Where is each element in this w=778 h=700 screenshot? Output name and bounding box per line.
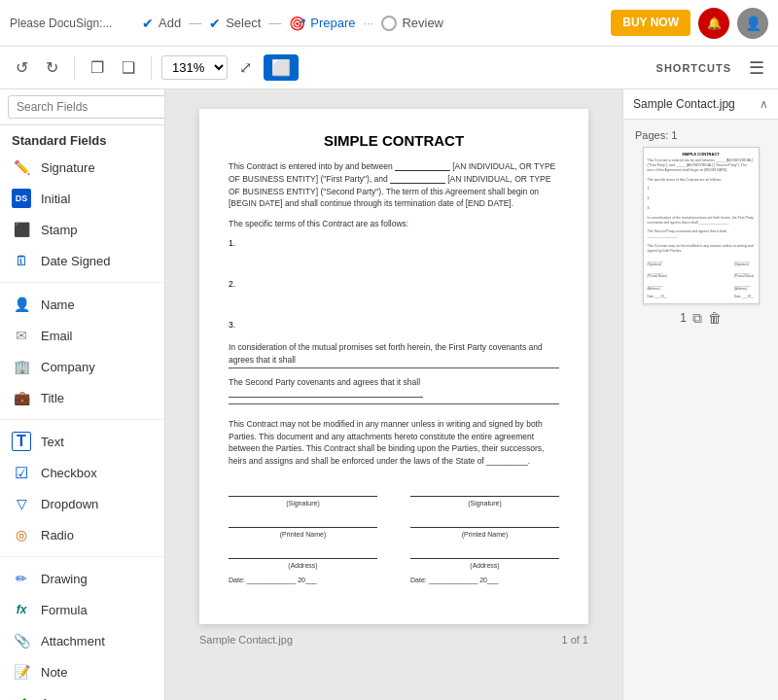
search-input[interactable] [8,95,165,119]
sidebar-item-text[interactable]: T Text [0,426,164,457]
sidebar-item-note[interactable]: 📝 Note [0,656,164,687]
document-para2: The specific terms of this Contract are … [229,218,559,230]
stamp-icon: ⬛ [12,220,31,239]
step-prepare-icon: 🎯 [289,16,305,31]
nav-right: BUY NOW 🔔 👤 [611,8,768,39]
doc-filename: Sample Contact.jpg [199,634,293,646]
sidebar-item-dropdown[interactable]: ▽ Dropdown [0,488,164,519]
paste-button[interactable]: ❑ [116,54,141,81]
note-icon: 📝 [12,662,31,682]
sidebar-item-name[interactable]: 👤 Name [0,289,164,320]
document-item3: 3. [229,320,559,330]
sig-label-sig-1: (Signature) [229,500,377,507]
date-signed-icon: 🗓 [12,251,31,270]
copy-button[interactable]: ❐ [85,54,110,81]
sidebar-header: ✕ [0,89,164,125]
panel-toggle-button[interactable]: ☰ [745,53,768,83]
sidebar-item-initial[interactable]: DS Initial [0,183,164,214]
sidebar-item-date-signed[interactable]: 🗓 Date Signed [0,245,164,276]
thumbnail-copy-button[interactable]: ⧉ [692,310,702,327]
thumbnail-title: SIMPLE CONTRACT [648,152,755,157]
notifications-button[interactable]: 🔔 [698,8,729,39]
step-prepare-label: Prepare [310,16,355,30]
step-add-label: Add [159,16,181,30]
dropdown-icon: ▽ [12,494,31,513]
sig-line-name-2 [410,514,559,528]
toolbar: ↺ ↻ ❐ ❑ 131% 100% 75% 50% ⤢ ⬜ SHORTCUTS … [0,47,778,89]
brand-label: Please DocuSign:... [10,17,126,30]
document-page: SIMPLE CONTRACT This Contract is entered… [199,109,588,624]
nav-steps: ✔ Add — ✔ Select — 🎯 Prepare ··· Review [136,16,611,31]
divider-2: — [268,16,281,30]
sidebar-item-formula[interactable]: fx Formula [0,594,164,625]
shortcuts-button[interactable]: SHORTCUTS [649,58,739,78]
sig-label-name-2: (Printed Name) [410,531,559,538]
formula-icon: fx [12,600,31,619]
fit-page-button[interactable]: ⤢ [233,54,258,81]
company-icon: 🏢 [12,357,31,376]
sidebar-item-label-note: Note [41,665,67,680]
sig-date-1: Date: _____________ 20___ [229,577,377,583]
step-select[interactable]: ✔ Select [203,16,266,31]
step-add[interactable]: ✔ Add [136,16,187,31]
document-para4: The Second Party covenants and agrees th… [229,376,559,404]
sidebar-item-email[interactable]: ✉ Email [0,320,164,351]
step-review[interactable]: Review [375,16,449,31]
sidebar-item-signature[interactable]: ✏️ Signature [0,152,164,183]
sidebar-item-title[interactable]: 💼 Title [0,382,164,413]
divider-b [0,419,164,420]
divider-3: ··· [364,16,374,30]
undo-button[interactable]: ↺ [10,54,34,81]
sidebar-item-label-signature: Signature [41,160,95,175]
divider-c [0,556,164,557]
sidebar-item-radio[interactable]: ◎ Radio [0,519,164,550]
document-title: SIMPLE CONTRACT [229,132,559,149]
document-para1: This Contract is entered into by and bet… [229,160,559,210]
doc-page-count: 1 of 1 [561,634,588,646]
sig-line-1 [229,483,377,497]
sig-line-addr-2 [410,545,559,559]
buy-now-button[interactable]: BUY NOW [611,10,690,35]
divider-a [0,282,164,283]
thumbnail-footer: 1 ⧉ 🗑 [680,310,722,327]
step-select-label: Select [226,16,261,30]
step-select-check: ✔ [209,16,221,31]
sidebar-item-label-approve: Approve [41,696,88,701]
document-area: SIMPLE CONTRACT This Contract is entered… [165,89,622,700]
sidebar-item-label-checkbox: Checkbox [41,466,97,480]
step-review-label: Review [402,16,443,30]
redo-button[interactable]: ↻ [40,54,64,81]
sidebar-item-company[interactable]: 🏢 Company [0,351,164,382]
sig-date-2: Date: _____________ 20___ [410,577,559,583]
doc-thumbnail[interactable]: SIMPLE CONTRACT This Contract is entered… [643,147,760,304]
section-title: Standard Fields [0,125,164,152]
step-prepare[interactable]: 🎯 Prepare [283,16,361,31]
main-layout: ✕ Standard Fields ✏️ Signature DS Initia… [0,89,778,700]
sidebar-item-label-dropdown: Dropdown [41,497,98,511]
sidebar-item-drawing[interactable]: ✏ Drawing [0,563,164,594]
sidebar-item-label-formula: Formula [41,603,88,617]
step-add-check: ✔ [142,16,154,31]
signature-row: (Signature) (Printed Name) (Address) Dat… [229,483,559,583]
sidebar-item-approve[interactable]: ✔ Approve [0,687,164,700]
document-footer: Sample Contact.jpg 1 of 1 [199,628,588,651]
pages-label: Pages: 1 [633,129,677,141]
toolbar-sep-1 [74,56,75,80]
thumbnail-delete-button[interactable]: 🗑 [708,310,722,326]
drawing-icon: ✏ [12,569,31,588]
sidebar-item-stamp[interactable]: ⬛ Stamp [0,214,164,245]
sidebar-item-label-date-signed: Date Signed [41,254,111,268]
sidebar-item-attachment[interactable]: 📎 Attachment [0,625,164,656]
sidebar-item-label-text: Text [41,435,64,449]
right-panel: Sample Contact.jpg ∧ Pages: 1 SIMPLE CON… [622,89,778,700]
zoom-select[interactable]: 131% 100% 75% 50% [161,55,228,80]
sidebar: ✕ Standard Fields ✏️ Signature DS Initia… [0,89,165,700]
sidebar-item-checkbox[interactable]: ☑ Checkbox [0,457,164,488]
sig-label-addr-1: (Address) [229,562,377,569]
right-panel-collapse-button[interactable]: ∧ [760,97,768,111]
checkbox-icon: ☑ [12,463,31,482]
view-toggle-button[interactable]: ⬜ [264,54,299,81]
sig-line-2 [410,483,559,497]
right-panel-title: Sample Contact.jpg [633,97,735,111]
right-panel-header: Sample Contact.jpg ∧ [623,89,778,120]
